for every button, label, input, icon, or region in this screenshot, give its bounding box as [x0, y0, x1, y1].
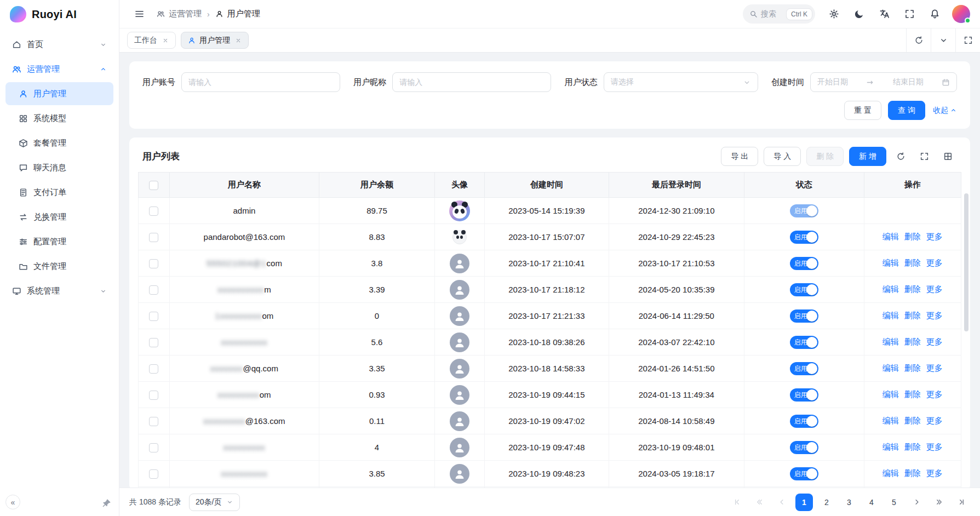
- row-action-delete[interactable]: 删除: [904, 363, 921, 372]
- import-button[interactable]: 导 入: [764, 147, 801, 166]
- row-action-more[interactable]: 更多: [926, 389, 943, 399]
- row-action-delete[interactable]: 删除: [904, 258, 921, 267]
- refresh-page-icon[interactable]: [906, 28, 931, 52]
- close-icon[interactable]: [235, 37, 242, 44]
- export-button[interactable]: 导 出: [721, 147, 758, 166]
- sidebar-item-file-management[interactable]: 文件管理: [5, 255, 113, 278]
- row-action-delete[interactable]: 删除: [904, 232, 921, 241]
- row-action-more[interactable]: 更多: [926, 468, 943, 478]
- next-page-button[interactable]: [908, 494, 925, 511]
- status-toggle[interactable]: 启用: [790, 309, 818, 323]
- row-checkbox[interactable]: [149, 312, 158, 321]
- row-action-edit[interactable]: 编辑: [882, 232, 899, 241]
- row-action-edit[interactable]: 编辑: [882, 311, 899, 320]
- status-toggle[interactable]: 启用: [790, 336, 818, 349]
- refresh-table-icon[interactable]: [892, 147, 910, 165]
- row-checkbox[interactable]: [149, 233, 158, 242]
- sidebar-collapse-button[interactable]: «: [5, 495, 20, 509]
- sidebar-item-exchange-management[interactable]: 兑换管理: [5, 205, 113, 228]
- row-checkbox[interactable]: [149, 391, 158, 400]
- status-toggle[interactable]: 启用: [790, 362, 818, 375]
- status-toggle[interactable]: 启用: [790, 283, 818, 296]
- row-action-edit[interactable]: 编辑: [882, 258, 899, 267]
- sidebar-item-chat-messages[interactable]: 聊天消息: [5, 156, 113, 179]
- table-scrollbar[interactable]: [964, 193, 968, 331]
- row-action-more[interactable]: 更多: [926, 442, 943, 451]
- tab-user-management[interactable]: 用户管理: [181, 32, 249, 49]
- status-toggle[interactable]: 启用: [790, 204, 818, 217]
- collapse-filter-link[interactable]: 收起: [933, 106, 957, 116]
- row-checkbox[interactable]: [149, 259, 158, 268]
- breadcrumb-item[interactable]: 运营管理: [157, 9, 202, 19]
- status-toggle[interactable]: 启用: [790, 441, 818, 454]
- fullscreen-icon[interactable]: [899, 4, 919, 24]
- row-action-more[interactable]: 更多: [926, 311, 943, 320]
- row-action-more[interactable]: 更多: [926, 363, 943, 372]
- settings-gear-icon[interactable]: [824, 4, 844, 24]
- sidebar-item-config-management[interactable]: 配置管理: [5, 230, 113, 253]
- status-toggle[interactable]: 启用: [790, 388, 818, 402]
- row-action-delete[interactable]: 删除: [904, 337, 921, 346]
- row-action-delete[interactable]: 删除: [904, 284, 921, 294]
- dark-mode-moon-icon[interactable]: [849, 4, 869, 24]
- row-checkbox[interactable]: [149, 207, 158, 216]
- next-group-button[interactable]: [930, 494, 948, 511]
- table-fullscreen-icon[interactable]: [915, 147, 933, 165]
- delete-button[interactable]: 删 除: [806, 147, 844, 166]
- reset-button[interactable]: 重 置: [844, 101, 881, 120]
- sidebar-item-home[interactable]: 首页: [5, 33, 113, 56]
- language-translate-icon[interactable]: [874, 4, 894, 24]
- status-toggle[interactable]: 启用: [790, 257, 818, 270]
- sidebar-item-payment-orders[interactable]: 支付订单: [5, 181, 113, 204]
- status-toggle[interactable]: 启用: [790, 467, 818, 480]
- pin-icon[interactable]: [102, 498, 111, 508]
- tabs-menu-chevron-icon[interactable]: [931, 28, 955, 52]
- account-input[interactable]: [181, 72, 340, 92]
- row-action-edit[interactable]: 编辑: [882, 442, 899, 451]
- row-action-delete[interactable]: 删除: [904, 442, 921, 451]
- row-action-delete[interactable]: 删除: [904, 389, 921, 399]
- row-action-edit[interactable]: 编辑: [882, 284, 899, 294]
- row-action-edit[interactable]: 编辑: [882, 468, 899, 478]
- nickname-input[interactable]: [392, 72, 551, 92]
- row-checkbox[interactable]: [149, 469, 158, 479]
- add-button[interactable]: 新 增: [849, 147, 886, 166]
- breadcrumb-item[interactable]: 用户管理: [215, 9, 260, 19]
- row-action-edit[interactable]: 编辑: [882, 416, 899, 425]
- content-maximize-icon[interactable]: [955, 28, 980, 52]
- row-action-edit[interactable]: 编辑: [882, 363, 899, 372]
- prev-group-button[interactable]: [750, 494, 768, 511]
- row-action-more[interactable]: 更多: [926, 232, 943, 241]
- row-action-delete[interactable]: 删除: [904, 468, 921, 478]
- row-action-delete[interactable]: 删除: [904, 311, 921, 320]
- page-button-5[interactable]: 5: [885, 494, 903, 511]
- row-checkbox[interactable]: [149, 338, 158, 347]
- menu-toggle-icon[interactable]: [129, 4, 149, 24]
- status-toggle[interactable]: 启用: [790, 415, 818, 428]
- select-all-checkbox[interactable]: [149, 181, 158, 190]
- row-action-more[interactable]: 更多: [926, 284, 943, 294]
- status-toggle[interactable]: 启用: [790, 231, 818, 244]
- row-action-edit[interactable]: 编辑: [882, 337, 899, 346]
- page-button-3[interactable]: 3: [840, 494, 858, 511]
- sidebar-item-operations[interactable]: 运营管理: [5, 58, 113, 81]
- last-page-button[interactable]: [953, 494, 970, 511]
- notifications-bell-icon[interactable]: [925, 4, 944, 24]
- row-action-more[interactable]: 更多: [926, 416, 943, 425]
- close-icon[interactable]: [162, 37, 169, 44]
- page-button-2[interactable]: 2: [818, 494, 835, 511]
- sidebar-item-package-management[interactable]: 套餐管理: [5, 131, 113, 154]
- row-checkbox[interactable]: [149, 417, 158, 426]
- query-button[interactable]: 查 询: [888, 101, 925, 120]
- user-avatar[interactable]: [952, 5, 970, 23]
- sidebar-item-user-management[interactable]: 用户管理: [5, 82, 113, 105]
- row-action-more[interactable]: 更多: [926, 337, 943, 346]
- sidebar-item-system-model[interactable]: 系统模型: [5, 107, 113, 130]
- row-action-more[interactable]: 更多: [926, 258, 943, 267]
- page-button-4[interactable]: 4: [863, 494, 880, 511]
- status-select[interactable]: 请选择: [604, 72, 758, 92]
- date-range-picker[interactable]: 开始日期 结束日期: [810, 72, 957, 92]
- prev-page-button[interactable]: [773, 494, 790, 511]
- row-checkbox[interactable]: [149, 364, 158, 374]
- row-action-delete[interactable]: 删除: [904, 416, 921, 425]
